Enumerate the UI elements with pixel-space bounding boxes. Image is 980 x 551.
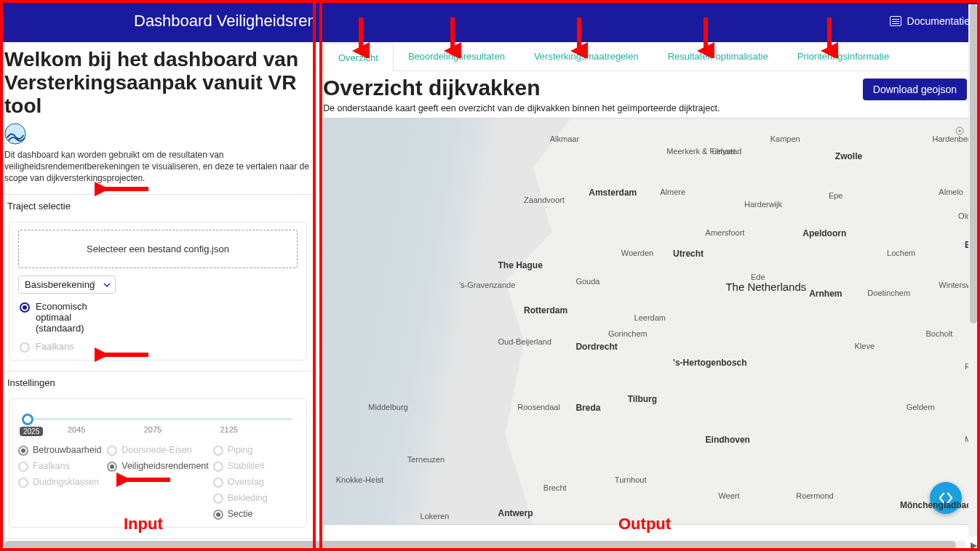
welcome-heading-text: Welkom bij het dashboard van Versterking… [4, 48, 311, 118]
header-bar-right: Documentatie [316, 0, 980, 42]
city-label: Tilburg [628, 394, 657, 404]
slider-track [24, 418, 292, 420]
city-label: Bocholt [926, 329, 953, 338]
tab-versterkingsmaatregelen[interactable]: Versterkingsmaatregelen [519, 42, 653, 71]
radio-faalkans[interactable]: Faalkans [20, 341, 298, 353]
radio-dot-icon [213, 510, 223, 520]
city-label: Roosendaal [517, 403, 560, 411]
map-land [505, 118, 972, 524]
city-label: Knokke-Heist [336, 475, 383, 484]
city-label: Zaandvoort [524, 196, 565, 204]
city-label: Amsterdam [589, 188, 637, 198]
config-file-dropzone[interactable]: Selecteer een bestand config.json [18, 230, 298, 268]
city-label: Eindhoven [706, 435, 750, 445]
city-label: Middelburg [368, 403, 407, 411]
tab-prioriteringsinformatie[interactable]: Prioriteringsinformatie [783, 42, 904, 71]
city-label: Alkmaar [550, 134, 579, 143]
city-label: Dordrecht [575, 342, 617, 352]
city-label: Gouda [575, 277, 599, 286]
city-label: Antwerp [498, 508, 533, 518]
header-bar-left: Dashboard Veiligheidsrendement [0, 0, 316, 42]
city-label: 's-Gravenzande [459, 281, 515, 289]
section-header-maatregelen[interactable]: Maatregelen optimalisatie [0, 538, 316, 539]
city-label: Almere [660, 188, 685, 196]
city-label: Gorinchem [608, 329, 648, 338]
radio-dot-icon [107, 446, 117, 456]
city-label: Hardenberg [932, 134, 973, 143]
slider-mark: 2045 [68, 425, 85, 434]
section-header-traject[interactable]: Traject selectie [0, 194, 316, 217]
input-panel: Dashboard Veiligheidsrendement Welkom bi… [0, 0, 316, 551]
welcome-description: Dit dashboard kan worden gebruikt om de … [0, 149, 316, 185]
wave-icon [4, 123, 26, 145]
opt-overslag[interactable]: Overslag [213, 476, 298, 488]
city-label: Ede [751, 273, 765, 281]
slider-mark: 2125 [220, 425, 238, 434]
opt-stabiliteit[interactable]: Stabiliteit [213, 460, 298, 472]
opt-piping[interactable]: Piping [213, 444, 298, 456]
welcome-heading: Welkom bij het dashboard van Versterking… [0, 48, 316, 145]
city-label: 's-Hertogenbosch [673, 358, 747, 368]
calculation-select[interactable]: Basisberekening × [18, 276, 116, 294]
city-label: Doetinchem [867, 289, 910, 297]
country-label: The Netherlands [725, 281, 806, 293]
city-label: Oud-Beijerland [498, 337, 551, 346]
radio-dot-icon [213, 494, 223, 504]
map-view[interactable]: The Netherlands AlkmaarZaandvoortAmsterd… [323, 118, 973, 525]
opt-betrouwbaarheid[interactable]: Betrouwbaarheid [18, 444, 103, 456]
radio-label: Faalkans [36, 341, 74, 352]
city-label: Almelo [939, 188, 963, 196]
city-label: Zwolle [835, 151, 862, 161]
city-label: Harderwijk [744, 200, 782, 209]
radio-dot-icon [213, 478, 223, 488]
city-label: Leerdam [634, 313, 666, 322]
city-label: Arnhem [809, 289, 842, 299]
radio-dot-icon [20, 302, 30, 313]
chevron-down-icon [103, 281, 109, 287]
city-label: Brecht [543, 483, 567, 492]
tab-resultaten-optimalisatie[interactable]: Resultaten optimalisatie [653, 42, 783, 71]
city-label: Breda [575, 403, 600, 413]
year-slider[interactable]: 2025 2045 2075 2125 [20, 409, 296, 438]
vertical-scrollbar[interactable] [968, 4, 979, 536]
city-label: Geldern [907, 403, 935, 411]
radio-dot-icon [18, 446, 28, 456]
opt-doorsnede-eisen[interactable]: Doorsnede-Eisen [107, 444, 209, 456]
radio-dot-icon [18, 462, 28, 472]
options-grid: Betrouwbaarheid Doorsnede-Eisen Piping F… [18, 444, 298, 520]
city-label: Utrecht [673, 249, 704, 259]
city-label: Terneuzen [407, 455, 445, 464]
city-label: Weert [718, 491, 739, 500]
document-icon [890, 16, 901, 26]
radio-dot-icon [213, 446, 223, 456]
city-label: Turnhout [615, 475, 647, 484]
slider-marks: 2045 2075 2125 [20, 425, 296, 434]
radio-economisch-optimaal[interactable]: Economisch optimaal (standaard) [20, 301, 298, 334]
section-header-instellingen[interactable]: Instellingen [0, 371, 316, 394]
radio-dot-icon [107, 462, 117, 472]
city-label: Amersfoort [706, 228, 745, 237]
city-label: Apeldoorn [802, 228, 846, 238]
opt-veiligheidsrendement[interactable]: Veiligheidsrendement [107, 460, 209, 472]
documentation-label: Documentatie [907, 15, 970, 27]
city-label: Lokeren [421, 512, 450, 520]
city-label: Lochem [887, 249, 915, 257]
opt-sectie[interactable]: Sectie [213, 508, 298, 520]
slider-thumb[interactable] [22, 414, 33, 425]
horizontal-scrollbar[interactable]: ▶ [4, 541, 965, 550]
clear-select-icon[interactable]: × [91, 278, 96, 289]
opt-duidingsklassen[interactable]: Duidingsklassen [18, 476, 103, 488]
radio-dot-icon [20, 342, 30, 353]
download-geojson-button[interactable]: Download geojson [863, 79, 967, 100]
city-label: Rotterdam [524, 305, 567, 315]
tab-beoordelingsresultaten[interactable]: Beoordelingsresultaten [394, 42, 519, 71]
city-label: Roermond [796, 491, 833, 500]
city-label: The Hague [498, 260, 542, 270]
opt-bekleding[interactable]: Bekleding [213, 492, 298, 504]
opt-faalkans[interactable]: Faalkans [18, 460, 103, 472]
slider-mark: 2075 [144, 425, 162, 434]
city-label: Epe [829, 191, 843, 200]
radio-dot-icon [213, 462, 223, 472]
documentation-link[interactable]: Documentatie [890, 15, 970, 27]
tab-overzicht[interactable]: Overzicht [323, 43, 394, 71]
